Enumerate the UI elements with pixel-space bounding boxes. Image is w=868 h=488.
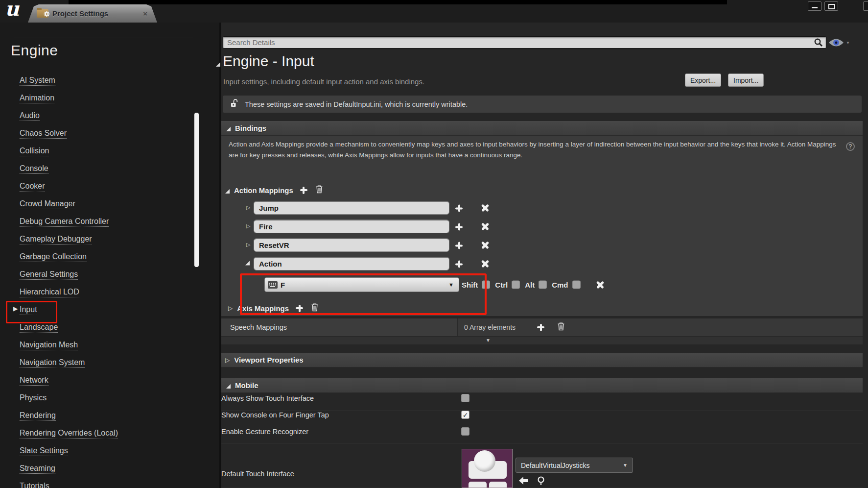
property-checkbox[interactable] bbox=[461, 427, 469, 436]
sidebar-item[interactable]: Debug Camera Controller bbox=[0, 213, 215, 231]
tab-project-settings[interactable]: Project Settings × bbox=[28, 4, 157, 23]
modifier: Cmd bbox=[552, 281, 580, 289]
help-icon[interactable]: ? bbox=[846, 142, 855, 151]
sidebar-item-label: Garbage Collection bbox=[20, 252, 87, 262]
sidebar-divider bbox=[14, 38, 193, 38]
modifier-label: Alt bbox=[525, 281, 535, 289]
show-advanced-strip[interactable]: ▼ bbox=[221, 337, 863, 344]
category-header-mobile[interactable]: Mobile bbox=[221, 378, 863, 393]
search-input[interactable] bbox=[223, 37, 826, 48]
modifier-checkbox[interactable] bbox=[539, 281, 547, 289]
property-checkbox-checked[interactable]: ✓ bbox=[461, 411, 469, 419]
sidebar-item-label: Navigation System bbox=[20, 358, 85, 368]
add-key-icon[interactable] bbox=[455, 242, 463, 249]
remove-mapping-icon[interactable] bbox=[481, 241, 489, 249]
sidebar-item[interactable]: Hierarchical LOD bbox=[0, 284, 215, 301]
sidebar-item-label: Animation bbox=[20, 94, 54, 103]
sidebar-item[interactable]: Animation bbox=[0, 90, 215, 107]
expanded-triangle-icon[interactable] bbox=[245, 261, 250, 266]
sidebar-item[interactable]: Cooker bbox=[0, 178, 215, 195]
search-details-bar bbox=[223, 36, 826, 49]
trash-icon[interactable] bbox=[557, 322, 565, 333]
expander-icon[interactable]: ▷ bbox=[246, 223, 250, 229]
sidebar-item[interactable]: Chaos Solver bbox=[0, 125, 215, 143]
action-mapping-row: ▷ ResetVR bbox=[221, 236, 863, 254]
sidebar-item[interactable]: AI System bbox=[0, 72, 215, 90]
column-seam bbox=[458, 353, 458, 367]
sidebar-item[interactable]: Navigation System bbox=[0, 354, 215, 372]
mapping-name-field[interactable]: Fire bbox=[254, 220, 449, 233]
trash-icon[interactable] bbox=[315, 185, 323, 195]
sidebar-item-label: Tutorials bbox=[20, 482, 49, 488]
sidebar-item-label: Crowd Manager bbox=[20, 199, 75, 209]
minimize-button[interactable] bbox=[808, 1, 821, 11]
sidebar-item[interactable]: Rendering Overrides (Local) bbox=[0, 425, 215, 442]
sidebar-item[interactable]: Collision bbox=[0, 143, 215, 160]
add-element-icon[interactable] bbox=[537, 324, 544, 331]
modifier-checkbox[interactable] bbox=[512, 281, 520, 289]
sidebar-item[interactable]: Physics bbox=[0, 390, 215, 407]
remove-key-icon[interactable] bbox=[596, 281, 604, 289]
sidebar-item-label: Physics bbox=[20, 393, 47, 403]
tab-title: Project Settings bbox=[52, 9, 108, 18]
sidebar-item[interactable]: General Settings bbox=[0, 266, 215, 284]
sidebar-item[interactable]: Slate Settings bbox=[0, 442, 215, 460]
property-label: Enable Gesture Recognizer bbox=[221, 428, 308, 436]
add-mapping-icon[interactable] bbox=[300, 187, 307, 194]
remove-mapping-icon[interactable] bbox=[481, 204, 489, 212]
modifier-checkbox[interactable] bbox=[572, 281, 581, 289]
category-expanded-icon bbox=[226, 384, 231, 389]
property-checkbox[interactable] bbox=[461, 394, 469, 402]
sidebar-item-label: General Settings bbox=[20, 270, 78, 280]
eye-icon bbox=[828, 38, 844, 48]
unlocked-padlock-icon bbox=[231, 98, 238, 110]
remove-mapping-icon[interactable] bbox=[481, 222, 489, 230]
sidebar-item[interactable]: Console bbox=[0, 160, 215, 178]
sidebar-item[interactable]: Tutorials bbox=[0, 478, 215, 488]
maximize-button[interactable] bbox=[824, 1, 838, 11]
category-label: Bindings bbox=[235, 124, 266, 132]
touch-interface-dropdown[interactable]: DefaultVirtualJoysticks ▼ bbox=[516, 458, 633, 473]
sidebar-item-label: Landscape bbox=[20, 323, 58, 333]
use-selected-asset-button[interactable] bbox=[518, 476, 530, 487]
action-mapping-row: ▷ Jump bbox=[221, 198, 863, 217]
category-header-bindings[interactable]: Bindings bbox=[221, 121, 863, 136]
add-key-icon[interactable] bbox=[455, 261, 463, 268]
title-bar: u Project Settings × bbox=[0, 0, 868, 23]
annotation-box-action-mapping bbox=[240, 273, 487, 315]
section-collapse-icon[interactable] bbox=[216, 62, 220, 67]
chevron-down-icon: ▼ bbox=[846, 41, 850, 45]
sidebar-item[interactable]: Garbage Collection bbox=[0, 248, 215, 266]
sidebar-item[interactable]: Crowd Manager bbox=[0, 195, 215, 213]
add-key-icon[interactable] bbox=[455, 223, 463, 231]
mapping-name-field[interactable]: Jump bbox=[254, 201, 449, 215]
project-settings-window: u Project Settings × bbox=[0, 0, 868, 488]
remove-mapping-icon[interactable] bbox=[481, 260, 489, 268]
view-options-button[interactable]: ▼ bbox=[828, 38, 851, 48]
export-button[interactable]: Export... bbox=[685, 73, 721, 87]
category-header-viewport-properties[interactable]: ▷ Viewport Properties bbox=[221, 353, 863, 367]
mapping-name-field[interactable]: ResetVR bbox=[254, 238, 449, 252]
action-mappings-header[interactable]: Action Mappings bbox=[224, 185, 323, 195]
details-panel: ▼ Engine - Input Input settings, includi… bbox=[221, 23, 868, 488]
mapping-name-field[interactable]: Action bbox=[254, 257, 449, 270]
sidebar-item[interactable]: Audio bbox=[0, 107, 215, 125]
collapsed-triangle-icon: ▷ bbox=[228, 305, 233, 312]
column-seam bbox=[458, 378, 458, 392]
sidebar-item[interactable]: Gameplay Debugger bbox=[0, 231, 215, 248]
sidebar-item[interactable]: Streaming bbox=[0, 460, 215, 478]
expander-icon[interactable]: ▷ bbox=[246, 242, 250, 248]
add-key-icon[interactable] bbox=[455, 205, 463, 212]
import-button[interactable]: Import... bbox=[728, 73, 764, 87]
touch-interface-thumbnail[interactable] bbox=[462, 449, 513, 488]
close-button[interactable] bbox=[863, 1, 868, 11]
sidebar-scrollbar[interactable] bbox=[194, 113, 199, 267]
sidebar-item[interactable]: Network bbox=[0, 372, 215, 390]
property-label: Show Console on Four Finger Tap bbox=[221, 411, 329, 419]
action-mappings-label: Action Mappings bbox=[234, 186, 293, 195]
expander-icon[interactable]: ▷ bbox=[246, 204, 250, 211]
sidebar-item[interactable]: Rendering bbox=[0, 407, 215, 425]
browse-asset-icon[interactable] bbox=[537, 475, 546, 488]
tab-close-icon[interactable]: × bbox=[143, 10, 147, 17]
sidebar-item[interactable]: Navigation Mesh bbox=[0, 337, 215, 354]
